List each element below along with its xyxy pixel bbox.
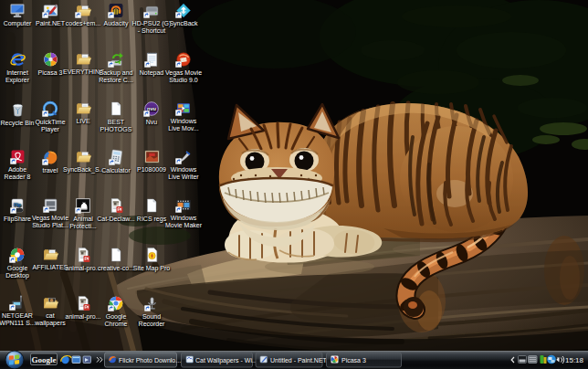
svg-text:Flickr Photo Downlo...: Flickr Photo Downlo...	[119, 357, 181, 364]
svg-text:Untitled - Paint.NET...: Untitled - Paint.NET...	[270, 357, 331, 364]
svg-text:15:18: 15:18	[565, 356, 584, 364]
svg-text:Picasa 3: Picasa 3	[341, 357, 366, 364]
svg-text:Cat Wallpapers - Wi...: Cat Wallpapers - Wi...	[195, 357, 257, 364]
svg-text:Google: Google	[32, 355, 57, 364]
